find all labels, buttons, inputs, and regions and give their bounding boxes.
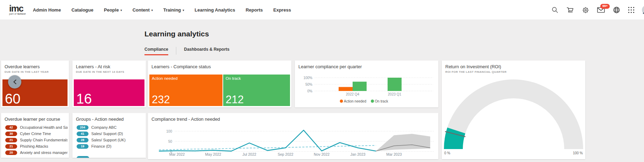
status-segment-on-track[interactable]: On track212 bbox=[223, 75, 290, 106]
top-navbar: imc part of Scheer Admin HomeCataloguePe… bbox=[0, 0, 644, 20]
list-item[interactable]: 41Sales/ Support (D) bbox=[77, 131, 144, 137]
status-segment-value: 212 bbox=[226, 94, 244, 106]
list-item-label: Company ABC bbox=[91, 125, 116, 129]
gauge-max-label: 100 % bbox=[573, 151, 583, 155]
collapse-panel-button[interactable] bbox=[8, 75, 21, 89]
card-subtitle: DUE DATE IN THE NEXT 14 DAYS bbox=[72, 69, 146, 73]
svg-text:Nov 2022: Nov 2022 bbox=[314, 152, 330, 156]
card-compliance-status[interactable]: Learners - Compliance status Action need… bbox=[148, 61, 291, 107]
svg-text:100: 100 bbox=[166, 129, 172, 133]
count-pill: 21 bbox=[5, 144, 17, 149]
nav-item-label: Training bbox=[163, 7, 181, 13]
list-item-label: Occupational Health and Saf bbox=[20, 125, 68, 129]
settings-gear-icon[interactable] bbox=[582, 6, 589, 14]
list-item[interactable]: 28Sales/ Support (UK) bbox=[77, 137, 144, 143]
nav-item-learning-analytics[interactable]: Learning Analytics bbox=[194, 7, 235, 13]
nav-item-catalogue[interactable]: Catalogue bbox=[71, 7, 93, 13]
svg-text:2022 Q4: 2022 Q4 bbox=[346, 92, 360, 96]
count-pill: 20 bbox=[5, 150, 17, 155]
count-pill: 204 bbox=[77, 125, 89, 130]
user-avatar[interactable] bbox=[642, 5, 644, 15]
svg-text:Sep 2022: Sep 2022 bbox=[278, 152, 293, 156]
overdue-count: 60 bbox=[5, 91, 21, 106]
main-nav: Admin HomeCataloguePeople▾Content▾Traini… bbox=[33, 7, 291, 13]
card-overdue-learners[interactable]: Overdue learners DUE DATE IN THE LAST YE… bbox=[1, 61, 69, 107]
nav-item-label: Content bbox=[133, 7, 150, 13]
messages-icon[interactable]: 99+ bbox=[597, 7, 605, 13]
language-globe-icon[interactable] bbox=[613, 6, 621, 14]
svg-text:100%: 100% bbox=[303, 76, 312, 80]
legend-dot-action-needed bbox=[340, 100, 343, 103]
card-roi-gauge[interactable]: Return on Investment (ROI) ROI FOR THE L… bbox=[442, 61, 585, 159]
status-segment-label: On track bbox=[226, 76, 241, 80]
at-risk-count: 16 bbox=[76, 91, 92, 106]
group-list: 204Company ABC41Sales/ Support (D)28Sale… bbox=[77, 124, 144, 158]
compliance-status-blocks: Action needed232On track212 bbox=[149, 75, 290, 106]
card-subtitle: DUE DATE IN THE LAST YEAR bbox=[1, 69, 69, 73]
tab-compliance[interactable]: Compliance bbox=[144, 47, 168, 55]
count-pill: 21 bbox=[5, 138, 17, 142]
navbar-icons: 99+ bbox=[551, 0, 644, 20]
card-title: Groups - Action needed bbox=[72, 113, 146, 122]
chevron-down-icon: ▾ bbox=[183, 9, 184, 12]
nav-item-reports[interactable]: Reports bbox=[246, 7, 263, 13]
svg-text:50: 50 bbox=[168, 140, 172, 143]
imc-logo[interactable]: imc part of Scheer bbox=[9, 5, 26, 15]
trend-dashed-line bbox=[159, 146, 376, 150]
trend-line-chart: 050100Mar 2022May 2022Jul 2022Sep 2022No… bbox=[148, 113, 438, 159]
list-item[interactable]: 204Company ABC bbox=[77, 124, 144, 131]
list-item[interactable]: 21Supply Chain Fundamentals bbox=[5, 137, 68, 143]
svg-text:2023 Q1: 2023 Q1 bbox=[388, 92, 402, 96]
shopping-cart-icon[interactable] bbox=[566, 6, 574, 14]
page-title: Learning analytics bbox=[144, 30, 209, 38]
card-groups-action-needed[interactable]: Groups - Action needed 204Company ABC41S… bbox=[72, 113, 146, 158]
card-compliance-per-quarter[interactable]: Learner compliance per quarter 0%50%100%… bbox=[295, 61, 438, 107]
card-learners-at-risk[interactable]: Learners - At risk DUE DATE IN THE NEXT … bbox=[72, 61, 146, 107]
card-title: Learners - Compliance status bbox=[148, 61, 291, 69]
status-segment-value: 232 bbox=[152, 94, 170, 106]
search-icon[interactable] bbox=[551, 6, 559, 14]
nav-item-express[interactable]: Express bbox=[273, 7, 291, 13]
status-segment-action-needed[interactable]: Action needed232 bbox=[149, 75, 222, 106]
legend-label: Action needed bbox=[344, 99, 366, 103]
app-grid-icon[interactable] bbox=[628, 7, 634, 13]
count-pill: 41 bbox=[77, 132, 89, 136]
svg-text:Jul 2022: Jul 2022 bbox=[242, 152, 256, 156]
gauge-track bbox=[444, 79, 583, 149]
list-item[interactable]: 20Anxiety and stress managem bbox=[5, 149, 68, 156]
list-item-label: Phishing Attacks bbox=[20, 144, 48, 148]
svg-text:Mar 2022: Mar 2022 bbox=[169, 152, 185, 156]
nav-item-label: Admin Home bbox=[33, 7, 61, 13]
list-item-partial bbox=[77, 155, 144, 158]
nav-item-people[interactable]: People▾ bbox=[104, 7, 122, 13]
count-pill bbox=[77, 156, 89, 158]
svg-text:0%: 0% bbox=[307, 89, 313, 93]
list-item-label: Finance (D) bbox=[91, 144, 111, 148]
list-item[interactable]: 19Finance (D) bbox=[77, 143, 144, 149]
bar-2023-q1-on-track bbox=[388, 78, 402, 91]
list-item-label: Cyber Crime Time bbox=[20, 132, 51, 136]
chevron-left-icon bbox=[13, 79, 17, 85]
card-title: Overdue learner per course bbox=[1, 113, 69, 122]
nav-item-content[interactable]: Content▾ bbox=[133, 7, 153, 13]
tab-dashboards-reports[interactable]: Dashboards & Reports bbox=[184, 47, 229, 55]
at-risk-value-block: 16 bbox=[74, 79, 144, 106]
card-overdue-per-course[interactable]: Overdue learner per course 42Occupationa… bbox=[1, 113, 69, 158]
legend-label: On track bbox=[375, 99, 389, 103]
quarter-bar-chart: 0%50%100%2022 Q42023 Q1Action neededOn t… bbox=[295, 75, 438, 107]
list-item[interactable]: 42Occupational Health and Saf bbox=[5, 124, 68, 131]
tab-separator bbox=[176, 47, 176, 55]
svg-text:May 2022: May 2022 bbox=[205, 152, 221, 156]
list-item[interactable]: 30Cyber Crime Time bbox=[5, 131, 68, 137]
card-compliance-trend[interactable]: Compliance trend - Action needed 050100M… bbox=[148, 113, 438, 159]
list-item[interactable]: 21Phishing Attacks bbox=[5, 143, 68, 149]
nav-item-admin-home[interactable]: Admin Home bbox=[33, 7, 61, 13]
nav-item-training[interactable]: Training▾ bbox=[163, 7, 184, 13]
list-item-label: Sales/ Support (D) bbox=[91, 132, 123, 136]
count-pill: 30 bbox=[5, 132, 17, 136]
logo-subtext: part of Scheer bbox=[9, 13, 26, 15]
course-list: 42Occupational Health and Saf30Cyber Cri… bbox=[5, 124, 68, 158]
tab-bar: Compliance Dashboards & Reports bbox=[144, 47, 229, 55]
notification-badge: 99+ bbox=[600, 4, 610, 9]
svg-text:50%: 50% bbox=[305, 83, 312, 86]
